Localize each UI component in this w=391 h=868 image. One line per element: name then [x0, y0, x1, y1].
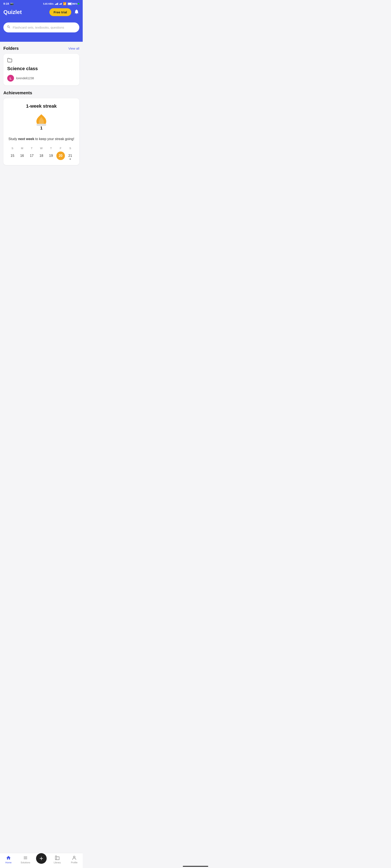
streak-number: 1	[32, 126, 51, 130]
username: lorendeli1238	[16, 76, 34, 80]
cal-date-20-active: 20	[56, 152, 65, 160]
network-speed: 5.65 KB/s	[43, 3, 54, 5]
cal-day-s1: S	[8, 147, 17, 150]
folder-card[interactable]: Science class L lorendeli1238	[3, 54, 79, 85]
folder-icon	[7, 58, 76, 64]
achievements-title: Achievements	[3, 91, 79, 95]
battery-percent: 96%	[73, 3, 78, 5]
main-content: Folders View all Science class L lorende…	[0, 42, 83, 190]
header-actions: Free trial	[50, 8, 79, 16]
cal-date-19: 19	[47, 152, 55, 160]
folders-view-all[interactable]: View all	[68, 46, 79, 50]
cal-day-s2: S	[66, 147, 74, 150]
avatar: L	[7, 75, 14, 82]
streak-title: 1-week streak	[8, 103, 75, 109]
folders-title: Folders	[3, 46, 19, 51]
status-bar: 9:19 📷 5.65 KB/s 📶 96%	[0, 0, 83, 6]
camera-icon: 📷	[10, 2, 13, 5]
cal-day-f: F	[56, 147, 65, 150]
app-header: Quizlet Free trial	[0, 6, 83, 23]
flame-calendar-icon: 1	[32, 113, 51, 132]
calendar-day-labels: S M T W T F S	[8, 147, 75, 150]
cal-day-m: M	[18, 147, 26, 150]
folder-user: L lorendeli1238	[7, 75, 76, 82]
search-section: Flashcard sets, textbooks, questions	[0, 23, 83, 32]
status-right-area: 5.65 KB/s 📶 96%	[43, 2, 79, 5]
cal-day-w: W	[37, 147, 46, 150]
status-time: 9:19	[3, 2, 9, 5]
cal-date-16: 16	[18, 152, 26, 160]
header-bottom-curve	[0, 32, 83, 37]
charging-dot	[78, 3, 79, 4]
cal-date-15: 15	[8, 152, 17, 160]
battery-indicator: 96%	[68, 3, 79, 5]
notifications-button[interactable]	[74, 9, 79, 16]
folder-name: Science class	[7, 66, 76, 71]
wifi-icon: 📶	[63, 2, 66, 5]
free-trial-button[interactable]: Free trial	[50, 8, 71, 16]
signal-icon-2	[59, 3, 62, 5]
header-area: Quizlet Free trial Flashcard sets, textb…	[0, 6, 83, 42]
streak-message: Study next week to keep your streak goin…	[8, 136, 75, 142]
streak-message-bold: next week	[18, 137, 34, 141]
cal-date-18: 18	[37, 152, 46, 160]
cal-date-17: 17	[28, 152, 36, 160]
status-time-area: 9:19 📷	[3, 2, 13, 5]
app-title: Quizlet	[3, 9, 22, 16]
achievement-card: 1-week streak 1 Study next wee	[3, 98, 79, 165]
calendar-week: S M T W T F S 15 16 17 18 19 20	[8, 147, 75, 160]
active-date-number: 20	[59, 154, 63, 158]
search-bar[interactable]: Flashcard sets, textbooks, questions	[3, 23, 79, 32]
bell-icon	[74, 9, 79, 14]
calendar-dates: 15 16 17 18 19 20 21	[8, 152, 75, 160]
flame-calendar-wrap: 1	[8, 113, 75, 132]
search-icon	[7, 25, 10, 30]
bottom-spacer	[3, 165, 79, 186]
cal-day-t2: T	[47, 147, 55, 150]
folders-section-header: Folders View all	[3, 46, 79, 51]
search-input[interactable]: Flashcard sets, textbooks, questions	[13, 26, 76, 29]
cal-date-21: 21	[66, 152, 74, 160]
cal-day-t1: T	[28, 147, 36, 150]
signal-icon	[55, 3, 58, 5]
